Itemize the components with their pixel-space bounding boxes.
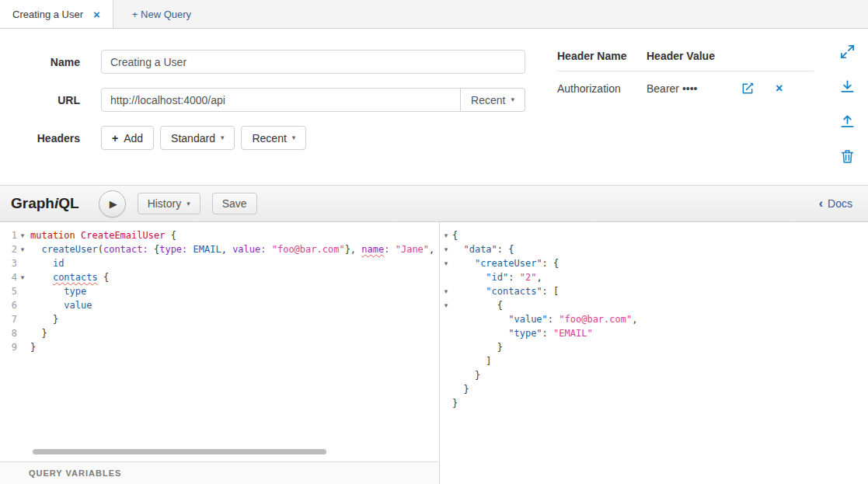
result-line: } xyxy=(440,396,868,410)
add-header-button[interactable]: + Add xyxy=(101,126,154,150)
query-line: 5 type xyxy=(0,284,439,298)
query-line: 7 } xyxy=(0,312,439,326)
result-line: ▾ "contacts": [ xyxy=(440,284,868,298)
fold-toggle-icon[interactable]: ▾ xyxy=(17,270,28,284)
new-query-button[interactable]: + New Query xyxy=(113,0,210,28)
code-text: value xyxy=(28,298,92,312)
query-line: 2▾ createUser(contact: {type: EMAIL, val… xyxy=(0,242,439,256)
standard-headers-label: Standard xyxy=(171,132,215,145)
chevron-left-icon: ‹ xyxy=(819,197,823,210)
name-input[interactable] xyxy=(101,50,525,74)
history-button[interactable]: History ▾ xyxy=(138,193,200,214)
fold-toggle-icon[interactable]: ▾ xyxy=(440,242,452,256)
fold-toggle-icon[interactable]: ▾ xyxy=(17,242,28,256)
horizontal-scrollbar[interactable] xyxy=(33,449,326,454)
code-text: "contacts": [ xyxy=(452,284,559,298)
code-text: } xyxy=(452,340,503,354)
query-line: 1▾mutation CreateEmailUser { xyxy=(0,228,439,242)
result-line: "value": "foo@bar.com", xyxy=(440,312,868,326)
close-tab-icon[interactable]: × xyxy=(93,9,100,20)
graphiql-logo: GraphiQL xyxy=(11,195,79,212)
code-text: ] xyxy=(452,354,492,368)
caret-down-icon: ▾ xyxy=(292,134,296,141)
logo-ql: QL xyxy=(58,195,78,211)
code-text: contacts { xyxy=(28,270,109,284)
query-line: 3 id xyxy=(0,256,439,270)
code-text: id xyxy=(28,256,64,270)
docs-toggle[interactable]: ‹ Docs xyxy=(819,197,857,210)
code-text: createUser(contact: {type: EMAIL, value:… xyxy=(28,242,434,256)
code-text: "data": { xyxy=(452,242,514,256)
save-button[interactable]: Save xyxy=(212,193,257,214)
url-input-group: Recent ▾ xyxy=(101,88,525,112)
headers-label: Headers xyxy=(0,132,80,145)
plus-icon: + xyxy=(112,132,118,145)
code-text: "value": "foo@bar.com", xyxy=(452,312,637,326)
query-editor[interactable]: 1▾mutation CreateEmailUser {2▾ createUse… xyxy=(0,222,440,484)
standard-headers-button[interactable]: Standard ▾ xyxy=(160,126,235,150)
fold-gutter xyxy=(440,270,452,284)
fold-gutter xyxy=(17,340,28,354)
line-number: 4 xyxy=(0,270,17,284)
query-code: 1▾mutation CreateEmailUser {2▾ createUse… xyxy=(0,222,439,354)
save-label: Save xyxy=(222,197,247,210)
edit-header-icon[interactable] xyxy=(741,82,755,95)
result-code: ▾{▾ "data": {▾ "createUser": { "id": "2"… xyxy=(440,222,868,410)
trash-icon[interactable] xyxy=(841,149,854,164)
execute-query-button[interactable]: ▶ xyxy=(99,190,126,218)
caret-down-icon: ▾ xyxy=(186,200,190,207)
fold-toggle-icon[interactable]: ▾ xyxy=(17,228,28,242)
query-variables-bar[interactable]: QUERY VARIABLES xyxy=(0,461,439,484)
result-line: "id": "2", xyxy=(440,270,868,284)
fold-toggle-icon[interactable]: ▾ xyxy=(440,228,452,242)
url-input[interactable] xyxy=(101,88,461,112)
line-number: 3 xyxy=(0,256,17,270)
fold-toggle-icon[interactable]: ▾ xyxy=(440,256,452,270)
header-value-column: Header Value xyxy=(647,50,740,62)
docs-label: Docs xyxy=(828,197,852,210)
line-number: 2 xyxy=(0,242,17,256)
headers-table-header: Header Name Header Value xyxy=(557,50,814,71)
header-name-cell: Authorization xyxy=(557,82,647,95)
tab-creating-a-user[interactable]: Creating a User × xyxy=(0,0,113,28)
headers-recent-button[interactable]: Recent ▾ xyxy=(241,126,306,150)
logo-graph: Graph xyxy=(11,195,54,211)
headers-buttons: + Add Standard ▾ Recent ▾ xyxy=(101,126,306,150)
code-text: } xyxy=(28,312,58,326)
name-label: Name xyxy=(0,56,80,68)
code-text: type xyxy=(28,284,86,298)
fold-gutter xyxy=(440,354,452,368)
upload-query-icon[interactable] xyxy=(840,114,855,129)
header-name-column: Header Name xyxy=(557,50,647,62)
url-recent-label: Recent xyxy=(471,94,505,106)
result-line: } xyxy=(440,382,868,396)
tab-bar: Creating a User × + New Query xyxy=(0,0,868,29)
code-text: } xyxy=(28,340,36,354)
result-line: } xyxy=(440,340,868,354)
history-label: History xyxy=(148,197,182,210)
request-form: Name URL Recent ▾ Headers + Add Stan xyxy=(0,29,868,185)
play-icon: ▶ xyxy=(110,199,117,209)
query-variables-title: QUERY VARIABLES xyxy=(29,468,121,478)
caret-down-icon: ▾ xyxy=(221,134,225,141)
headers-recent-label: Recent xyxy=(252,132,286,145)
url-recent-button[interactable]: Recent ▾ xyxy=(460,88,525,112)
fold-gutter xyxy=(17,298,28,312)
fold-gutter xyxy=(440,396,452,410)
side-action-icons xyxy=(840,44,855,164)
result-line: ] xyxy=(440,354,868,368)
remove-header-icon[interactable]: × xyxy=(776,82,783,95)
line-number: 6 xyxy=(0,298,17,312)
expand-window-icon[interactable] xyxy=(840,44,855,59)
result-line: ▾ { xyxy=(440,298,868,312)
tab-label: Creating a User xyxy=(12,9,83,20)
download-query-icon[interactable] xyxy=(840,79,855,94)
line-number: 1 xyxy=(0,228,17,242)
fold-toggle-icon[interactable]: ▾ xyxy=(440,298,452,312)
result-line: ▾ "createUser": { xyxy=(440,256,868,270)
fold-gutter xyxy=(17,326,28,340)
fold-gutter xyxy=(440,382,452,396)
fold-toggle-icon[interactable]: ▾ xyxy=(440,284,452,298)
graphiql-toolbar: GraphiQL ▶ History ▾ Save ‹ Docs xyxy=(0,185,868,222)
line-number: 5 xyxy=(0,284,17,298)
